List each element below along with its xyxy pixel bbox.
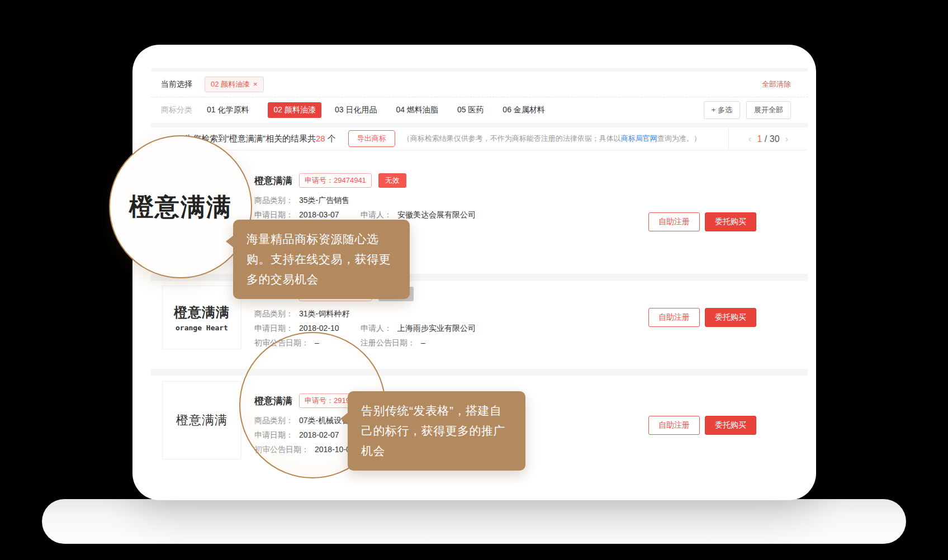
zoomed-trademark-text: 橙意满满 (129, 191, 232, 224)
callout-marketplace: 海量精品商标资源随心选购。支持在线交易，获得更多的交易机会 (233, 220, 410, 299)
page: 当前选择 02 颜料油漆 × 全部清除 商标分类 01 化学原料 02 颜料油漆… (0, 0, 948, 560)
clear-all-link[interactable]: 全部清除 (762, 79, 791, 89)
entrust-purchase-button[interactable]: 委托购买 (705, 212, 756, 231)
callout-promotion: 告别传统“发表格”，搭建自己的标行，获得更多的推广机会 (348, 391, 525, 471)
current-selection-row: 当前选择 02 颜料油漆 × 全部清除 (151, 72, 808, 97)
category-item-02-active[interactable]: 02 颜料油漆 (268, 102, 321, 118)
magnifier-circle-zoomed: 橙意满满 (109, 135, 252, 278)
category-item-01[interactable]: 01 化学原料 (207, 105, 249, 115)
pagination: ‹ 1 / 30 › (728, 127, 808, 150)
row-actions: 自助注册 委托购买 (648, 212, 756, 231)
trademark-name: 橙意满满 (254, 174, 292, 187)
results-count: 28 (316, 134, 325, 143)
selected-filter-chip-label: 02 颜料油漆 (211, 79, 250, 89)
results-header: 为您检索到“橙意满满”相关的结果共28 个 导出商标 （商标检索结果仅供参考，不… (151, 127, 808, 150)
expand-all-button[interactable]: 展开全部 (746, 101, 791, 119)
self-register-button[interactable]: 自助注册 (648, 416, 700, 435)
category-row: 商标分类 01 化学原料 02 颜料油漆 03 日化用品 04 燃料油脂 05 … (151, 97, 808, 123)
total-pages: 30 (770, 134, 780, 144)
multi-select-button[interactable]: + 多选 (704, 101, 740, 119)
prev-page-icon[interactable]: ‹ (748, 134, 752, 144)
status-badge: 无效 (378, 173, 406, 188)
entrust-purchase-button[interactable]: 委托购买 (705, 308, 756, 327)
row-actions: 自助注册 委托购买 (648, 416, 756, 435)
category-item-04[interactable]: 04 燃料油脂 (396, 105, 438, 115)
application-number-tag: 申请号：29474941 (299, 173, 372, 188)
disclaimer-note: （商标检索结果仅供参考，不作为商标能否注册的法律依据；具体以商标局官网查询为准。… (403, 134, 701, 144)
current-selection-label: 当前选择 (161, 79, 192, 89)
export-trademark-button[interactable]: 导出商标 (348, 130, 395, 147)
row-actions: 自助注册 委托购买 (648, 308, 756, 327)
next-page-icon[interactable]: › (785, 134, 789, 144)
self-register-button[interactable]: 自助注册 (648, 308, 700, 327)
filter-panel: 当前选择 02 颜料油漆 × 全部清除 商标分类 01 化学原料 02 颜料油漆… (151, 72, 808, 123)
category-label: 商标分类 (161, 105, 192, 115)
trademark-image: 橙意满满 orange Heart (162, 286, 241, 349)
entrust-purchase-button[interactable]: 委托购买 (705, 416, 756, 435)
category-item-06[interactable]: 06 金属材料 (503, 105, 544, 115)
category-item-03[interactable]: 03 日化用品 (335, 105, 377, 115)
self-register-button[interactable]: 自助注册 (648, 212, 700, 231)
chip-close-icon[interactable]: × (253, 80, 258, 88)
trademark-image: 橙意满满 (162, 381, 241, 459)
current-page: 1 (757, 134, 762, 144)
trademark-office-link[interactable]: 商标局官网 (621, 134, 657, 143)
laptop-base (42, 499, 906, 544)
category-item-05[interactable]: 05 医药 (457, 105, 484, 115)
selected-filter-chip[interactable]: 02 颜料油漆 × (205, 77, 264, 92)
row-details: 橙意满满 申请号：29474941 无效 商品类别：35类-广告销售 申请日期：… (254, 173, 406, 225)
